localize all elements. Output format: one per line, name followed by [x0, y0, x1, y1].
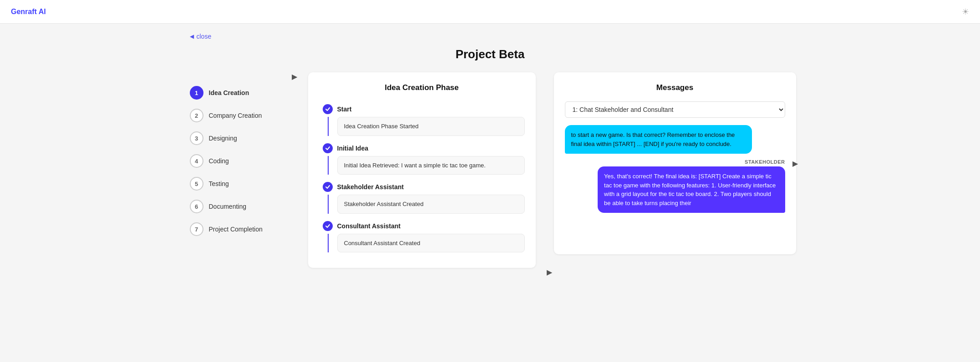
messages-select[interactable]: 1: Chat Stakeholder and Consultant — [565, 101, 785, 118]
phase-step-consultant-content: Consultant Assistant Created — [337, 234, 525, 253]
phase-step-stakeholder-content: Stakeholder Assistant Created — [337, 195, 525, 214]
phase-step-consultant-header: Consultant Assistant — [323, 218, 525, 234]
page-title: Project Beta — [190, 47, 791, 61]
phase-step-start-content: Idea Creation Phase Started — [337, 117, 525, 136]
phase-step-initial-idea: Initial Idea Initial Idea Retrieved: I w… — [323, 141, 525, 180]
phase-step-initial-idea-card: Initial Idea Retrieved: I want a simple … — [337, 156, 525, 175]
theme-toggle-icon[interactable]: ☀ — [962, 7, 969, 17]
sidebar-label-3: Designing — [209, 135, 237, 142]
nav-arrow-left-icon[interactable]: ▶ — [292, 72, 297, 81]
middle-panel-title: Idea Creation Phase — [319, 83, 525, 92]
sidebar-label-7: Project Completion — [209, 226, 263, 233]
sidebar-item-idea-creation[interactable]: 1 Idea Creation — [190, 81, 290, 104]
nav-arrow-right-icon[interactable]: ▶ — [547, 268, 552, 277]
messages-list: to start a new game. Is that correct? Re… — [565, 125, 785, 213]
close-button[interactable]: ◀ close — [190, 33, 791, 40]
phase-step-start-header: Start — [323, 101, 525, 117]
message-bubble-purple: Yes, that's correct! The final idea is: … — [598, 166, 785, 213]
check-icon-start — [323, 104, 333, 114]
sidebar-item-designing[interactable]: 3 Designing — [190, 127, 290, 150]
middle-panel-wrapper: ▶ Idea Creation Phase Start — [299, 72, 545, 268]
sidebar-label-5: Testing — [209, 180, 229, 187]
phase-step-start-card: Idea Creation Phase Started — [337, 117, 525, 136]
phase-step-consultant: Consultant Assistant Consultant Assistan… — [323, 218, 525, 257]
phase-step-initial-idea-name: Initial Idea — [337, 145, 368, 152]
sidebar-item-documenting[interactable]: 6 Documenting — [190, 195, 290, 218]
sidebar-item-project-completion[interactable]: 7 Project Completion — [190, 218, 290, 241]
step-circle-3: 3 — [190, 131, 203, 145]
middle-panel: Idea Creation Phase Start — [308, 72, 536, 268]
phase-step-stakeholder-card: Stakeholder Assistant Created — [337, 195, 525, 214]
phase-step-stakeholder-header: Stakeholder Assistant — [323, 179, 525, 195]
phase-step-start-name: Start — [337, 106, 352, 113]
phase-step-consultant-name: Consultant Assistant — [337, 222, 401, 230]
message-group-left: to start a new game. Is that correct? Re… — [565, 125, 785, 154]
check-icon-stakeholder — [323, 182, 333, 192]
sidebar-item-testing[interactable]: 5 Testing — [190, 172, 290, 195]
phase-step-consultant-card: Consultant Assistant Created — [337, 234, 525, 253]
step-circle-1: 1 — [190, 86, 203, 100]
message-group-right: STAKEHOLDER Yes, that's correct! The fin… — [565, 159, 785, 213]
sidebar-label-4: Coding — [209, 157, 229, 165]
messages-panel: Messages 1: Chat Stakeholder and Consult… — [554, 72, 796, 254]
sidebar-label-6: Documenting — [209, 203, 247, 210]
app-logo[interactable]: Genraft AI — [11, 8, 46, 16]
sidebar: 1 Idea Creation 2 Company Creation 3 Des… — [190, 72, 299, 241]
close-label: close — [197, 33, 212, 40]
message-bubble-cyan: to start a new game. Is that correct? Re… — [565, 125, 752, 154]
step-circle-4: 4 — [190, 154, 203, 168]
sidebar-label-1: Idea Creation — [209, 89, 249, 96]
right-panel-wrapper: Messages 1: Chat Stakeholder and Consult… — [545, 72, 791, 254]
check-icon-initial-idea — [323, 143, 333, 153]
sidebar-label-2: Company Creation — [209, 112, 262, 119]
sidebar-item-coding[interactable]: 4 Coding — [190, 150, 290, 172]
right-nav-arrow-icon[interactable]: ▶ — [792, 159, 798, 168]
phase-step-stakeholder-name: Stakeholder Assistant — [337, 183, 404, 191]
app-header: Genraft AI ☀ — [0, 0, 980, 24]
messages-panel-title: Messages — [565, 83, 785, 92]
phase-steps: Start Idea Creation Phase Started — [319, 101, 525, 257]
step-circle-2: 2 — [190, 109, 203, 122]
step-circle-7: 7 — [190, 222, 203, 236]
step-circle-5: 5 — [190, 177, 203, 191]
main-columns: 1 Idea Creation 2 Company Creation 3 Des… — [190, 72, 791, 268]
chevron-left-icon: ◀ — [190, 33, 194, 40]
phase-step-initial-idea-header: Initial Idea — [323, 141, 525, 156]
page-content: ◀ close Project Beta 1 Idea Creation 2 C… — [172, 24, 809, 277]
step-circle-6: 6 — [190, 200, 203, 213]
sidebar-item-company-creation[interactable]: 2 Company Creation — [190, 104, 290, 127]
phase-step-start: Start Idea Creation Phase Started — [323, 101, 525, 141]
check-icon-consultant — [323, 221, 333, 231]
phase-step-initial-idea-content: Initial Idea Retrieved: I want a simple … — [337, 156, 525, 175]
phase-step-stakeholder: Stakeholder Assistant Stakeholder Assist… — [323, 179, 525, 218]
message-label-stakeholder: STAKEHOLDER — [745, 159, 785, 165]
